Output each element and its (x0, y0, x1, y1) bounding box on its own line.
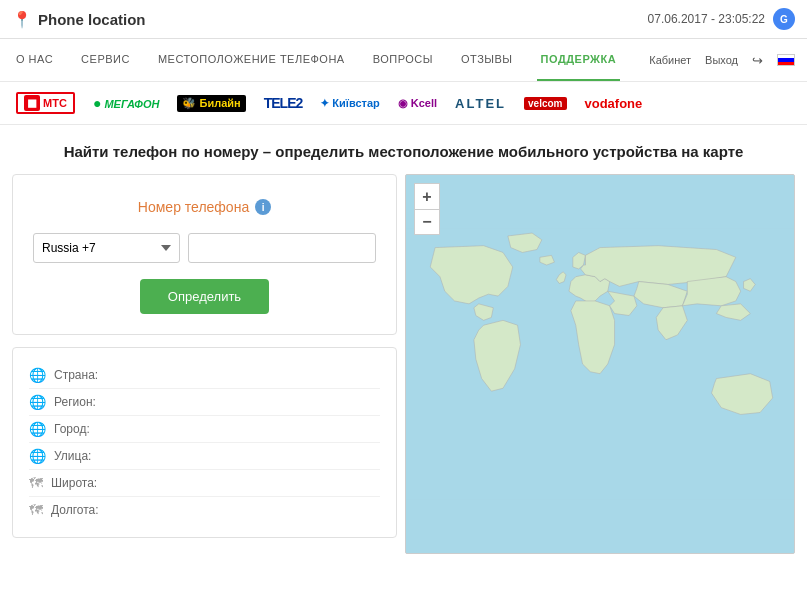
city-label: Город: (54, 422, 114, 436)
brand-kyivstar[interactable]: ✦ Київстар (320, 97, 379, 110)
nav-item-reviews[interactable]: ОТЗЫВЫ (457, 39, 517, 81)
lon-label: Долгота: (51, 503, 111, 517)
globe-icon-city: 🌐 (29, 421, 46, 437)
grid-icon-lon: 🗺 (29, 502, 43, 518)
logout-link[interactable]: Выход (705, 54, 738, 66)
brand-mts[interactable]: ◼ МТС (16, 92, 75, 114)
app-title: Phone location (38, 11, 146, 28)
lat-label: Широта: (51, 476, 111, 490)
datetime: 07.06.2017 - 23:05:22 (648, 12, 765, 26)
info-row-country: 🌐 Страна: (29, 362, 380, 389)
brand-kcell[interactable]: ◉ Kcell (398, 97, 437, 110)
cabinet-link[interactable]: Кабинет (649, 54, 691, 66)
map-controls: + − (414, 183, 440, 235)
brand-megafon[interactable]: ● МЕГАФОН (93, 95, 160, 111)
determine-button[interactable]: Определить (140, 279, 269, 314)
street-label: Улица: (54, 449, 114, 463)
phone-inputs: Russia +7Ukraine +380Belarus +375Kazakhs… (33, 233, 376, 263)
zoom-out-button[interactable]: − (414, 209, 440, 235)
page-title: Найти телефон по номеру – определить мес… (0, 125, 807, 174)
globe-icon-street: 🌐 (29, 448, 46, 464)
grid-icon-lat: 🗺 (29, 475, 43, 491)
nav-item-support[interactable]: ПОДДЕРЖКА (537, 39, 621, 81)
brand-vodafone[interactable]: vodafone (585, 96, 643, 111)
brand-velcom[interactable]: velcom (524, 97, 566, 109)
nav-right: Кабинет Выход ↪ (649, 53, 795, 68)
info-row-region: 🌐 Регион: (29, 389, 380, 416)
phone-input[interactable] (188, 233, 376, 263)
logout-icon: ↪ (752, 53, 763, 68)
nav-item-about[interactable]: О НАС (12, 39, 57, 81)
google-icon[interactable]: G (773, 8, 795, 30)
info-box: 🌐 Страна: 🌐 Регион: 🌐 Город: 🌐 Улица: 🗺 (12, 347, 397, 538)
brand-tele2[interactable]: TELE2 (264, 95, 303, 111)
left-panel: Номер телефона i Russia +7Ukraine +380Be… (12, 174, 397, 554)
nav-left: О НАС СЕРВИС МЕСТОПОЛОЖЕНИЕ ТЕЛЕФОНА ВОП… (12, 39, 620, 81)
info-row-lat: 🗺 Широта: (29, 470, 380, 497)
header: 📍 Phone location 07.06.2017 - 23:05:22 G (0, 0, 807, 39)
header-right: 07.06.2017 - 23:05:22 G (648, 8, 795, 30)
map-container: + − (405, 174, 795, 554)
country-select[interactable]: Russia +7Ukraine +380Belarus +375Kazakhs… (33, 233, 180, 263)
form-box: Номер телефона i Russia +7Ukraine +380Be… (12, 174, 397, 335)
main-nav: О НАС СЕРВИС МЕСТОПОЛОЖЕНИЕ ТЕЛЕФОНА ВОП… (0, 39, 807, 82)
globe-icon-region: 🌐 (29, 394, 46, 410)
nav-item-location[interactable]: МЕСТОПОЛОЖЕНИЕ ТЕЛЕФОНА (154, 39, 349, 81)
brands-bar: ◼ МТС ● МЕГАФОН 🐝 Билайн TELE2 ✦ Київста… (0, 82, 807, 125)
info-row-city: 🌐 Город: (29, 416, 380, 443)
zoom-in-button[interactable]: + (414, 183, 440, 209)
map-svg (406, 175, 794, 553)
info-row-street: 🌐 Улица: (29, 443, 380, 470)
phone-icon: 📍 (12, 10, 32, 29)
nav-item-faq[interactable]: ВОПРОСЫ (369, 39, 437, 81)
info-row-lon: 🗺 Долгота: (29, 497, 380, 523)
brand-beeline[interactable]: 🐝 Билайн (177, 95, 245, 112)
phone-label-area: Номер телефона i (33, 199, 376, 215)
brand-altel[interactable]: ALTEL (455, 96, 506, 111)
phone-label-text: Номер телефона (138, 199, 249, 215)
globe-icon-country: 🌐 (29, 367, 46, 383)
country-label: Страна: (54, 368, 114, 382)
info-icon[interactable]: i (255, 199, 271, 215)
language-flag[interactable] (777, 54, 795, 66)
logo-area: 📍 Phone location (12, 10, 146, 29)
main-content: Номер телефона i Russia +7Ukraine +380Be… (0, 174, 807, 574)
nav-item-service[interactable]: СЕРВИС (77, 39, 134, 81)
region-label: Регион: (54, 395, 114, 409)
